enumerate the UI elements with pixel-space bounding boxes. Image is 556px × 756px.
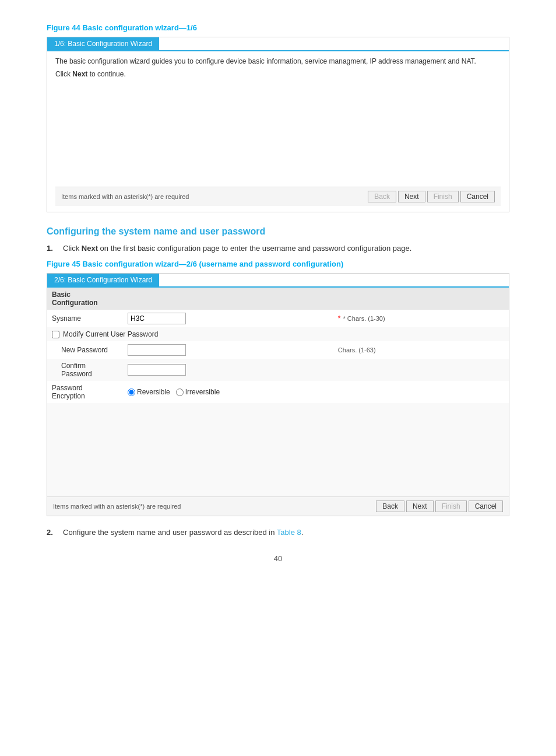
back-button-2[interactable]: Back xyxy=(376,501,404,512)
step1-text: Click Next on the first basic configurat… xyxy=(63,244,411,253)
finish-button-1[interactable]: Finish xyxy=(427,191,459,202)
confirm-pw-input-cell xyxy=(123,359,333,381)
wizard-tab-2: 2/6: Basic Configuration Wizard xyxy=(47,274,159,286)
confirm-pw-label: ConfirmPassword xyxy=(47,359,123,381)
finish-button-2[interactable]: Finish xyxy=(435,501,467,512)
wizard-description-1: The basic configuration wizard guides yo… xyxy=(55,57,501,65)
sysname-hint: ** Chars. (1-30) xyxy=(333,310,509,327)
cancel-button-1[interactable]: Cancel xyxy=(460,191,495,202)
step2-text: Configure the system name and user passw… xyxy=(63,528,303,537)
step1-number: 1. xyxy=(47,244,58,253)
new-pw-input-cell xyxy=(123,341,333,359)
page-number: 40 xyxy=(47,554,509,563)
new-pw-input[interactable] xyxy=(128,344,186,356)
section-heading: Configuring the system name and user pas… xyxy=(47,226,509,237)
irreversible-label: Irreversible xyxy=(185,388,220,396)
irreversible-radio[interactable] xyxy=(176,388,184,396)
next-button-1[interactable]: Next xyxy=(398,191,425,202)
modify-pw-checkbox[interactable] xyxy=(52,331,59,338)
back-button-1[interactable]: Back xyxy=(368,191,396,202)
new-pw-label: New Password xyxy=(47,341,123,359)
reversible-radio[interactable] xyxy=(128,388,135,396)
footer-note-1: Items marked with an asterisk(*) are req… xyxy=(61,193,189,200)
table8-link[interactable]: Table 8 xyxy=(277,528,301,537)
section-header: BasicConfiguration xyxy=(52,290,98,307)
wizard-tab-1: 1/6: Basic Configuration Wizard xyxy=(47,37,159,50)
figure45-title: Figure 45 Basic configuration wizard—2/6… xyxy=(47,260,509,268)
modify-pw-label: Modify Current User Password xyxy=(63,330,158,338)
sysname-value-cell xyxy=(123,310,333,327)
pw-encryption-options: Reversible Irreversible xyxy=(123,381,509,403)
sysname-label: Sysname xyxy=(47,310,123,327)
confirm-pw-input[interactable] xyxy=(128,364,186,376)
instruction-bold: Next xyxy=(72,70,87,78)
step2-number: 2. xyxy=(47,528,58,537)
sysname-input[interactable] xyxy=(128,313,186,324)
wizard-box-1: 1/6: Basic Configuration Wizard The basi… xyxy=(47,37,509,212)
instruction-suffix: to continue. xyxy=(87,70,125,78)
figure44-title: Figure 44 Basic configuration wizard—1/6 xyxy=(47,23,509,32)
instruction-prefix: Click xyxy=(55,70,72,78)
next-button-2[interactable]: Next xyxy=(406,501,434,512)
cancel-button-2[interactable]: Cancel xyxy=(469,501,503,512)
footer-note-2: Items marked with an asterisk(*) are req… xyxy=(53,503,181,510)
wizard-instruction-1: Click Next to continue. xyxy=(55,70,501,78)
pw-encryption-label: PasswordEncryption xyxy=(47,381,123,403)
reversible-label: Reversible xyxy=(137,388,170,396)
wizard-box-2: 2/6: Basic Configuration Wizard BasicCon… xyxy=(47,273,509,516)
new-pw-hint: Chars. (1-63) xyxy=(333,341,509,359)
